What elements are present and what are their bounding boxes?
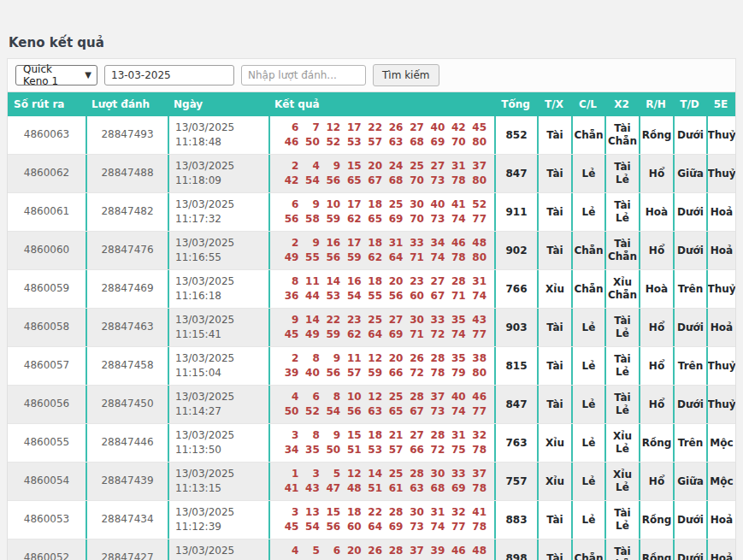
- tren-duoi-cell: Dưới: [673, 232, 706, 269]
- five-elements-cell: Thuỷ: [706, 155, 735, 192]
- tren-duoi-cell: Trên: [673, 347, 706, 385]
- search-button[interactable]: Tìm kiếm: [373, 64, 439, 86]
- rong-ho-cell: Hổ: [639, 347, 673, 385]
- keno-type-selected-value: Quick Keno 1: [23, 63, 80, 87]
- date-time-cell: 13/03/202511:12:00: [168, 539, 268, 560]
- tai-xiu-cell: Xỉu: [537, 463, 571, 500]
- five-elements-cell: Mộc: [706, 463, 735, 500]
- table-row: 48600592884746913/03/202511:16:188111416…: [8, 270, 735, 309]
- tren-duoi-cell: Trên: [673, 424, 706, 462]
- bet-id-cell: 28847434: [86, 501, 168, 539]
- date-time-cell: 13/03/202511:13:50: [168, 424, 268, 462]
- total-cell: 763: [494, 424, 537, 462]
- five-elements-cell: Hoả: [706, 232, 735, 269]
- x2-cell: Tài Chẵn: [604, 116, 639, 154]
- result-numbers-cell: 69101718253040415256585962656970737477: [268, 193, 494, 231]
- column-header-rh: R/H: [639, 98, 673, 110]
- column-header-td: T/D: [673, 98, 706, 110]
- draw-id-cell: 4860053: [8, 501, 86, 539]
- total-cell: 883: [494, 501, 537, 539]
- bet-id-cell: 28847488: [86, 155, 168, 192]
- bet-id-cell: 28847439: [86, 463, 168, 500]
- draw-id-cell: 4860058: [8, 309, 86, 346]
- x2-cell: Xỉu Lẻ: [604, 463, 639, 500]
- bet-id-cell: 28847427: [86, 539, 168, 560]
- five-elements-cell: Mộc: [706, 424, 735, 462]
- column-header-so-rut-ra: Số rút ra: [8, 98, 86, 110]
- date-time-cell: 13/03/202511:15:41: [168, 309, 268, 346]
- draw-id-cell: 4860060: [8, 232, 86, 269]
- rong-ho-cell: Hoà: [639, 193, 673, 231]
- bet-id-cell: 28847463: [86, 309, 168, 346]
- results-table: Số rút raLượt đánhNgàyKết quảTổngT/XC/LX…: [7, 92, 736, 560]
- date-time-cell: 13/03/202511:16:55: [168, 232, 268, 269]
- tren-duoi-cell: Dưới: [673, 539, 706, 560]
- x2-cell: Tài Lẻ: [604, 193, 639, 231]
- date-time-cell: 13/03/202511:18:09: [168, 155, 268, 192]
- result-numbers-cell: 67121722262740424546505253576368697080: [268, 116, 494, 154]
- tren-duoi-cell: Dưới: [673, 309, 706, 346]
- column-header-ngay: Ngày: [168, 98, 268, 110]
- bet-id-cell: 28847458: [86, 347, 168, 385]
- bet-id-cell: 28847476: [86, 232, 168, 269]
- column-header-tong: Tổng: [494, 98, 537, 110]
- date-input[interactable]: [104, 65, 234, 85]
- x2-cell: Xỉu Lẻ: [604, 424, 639, 462]
- bet-id-cell: 28847469: [86, 270, 168, 308]
- keno-results-page: Keno kết quả Quick Keno 1 ▼ Tìm kiếm Số …: [0, 35, 743, 560]
- draw-id-cell: 4860062: [8, 155, 86, 192]
- draw-id-cell: 4860054: [8, 463, 86, 500]
- chan-le-cell: Lẻ: [571, 386, 604, 423]
- table-row: 48600562884745013/03/202511:14:274681012…: [8, 386, 735, 424]
- table-row: 48600632884749313/03/202511:18:486712172…: [8, 116, 735, 155]
- tai-xiu-cell: Tài: [537, 347, 571, 385]
- x2-cell: Tài Lẻ: [604, 386, 639, 423]
- keno-type-select[interactable]: Quick Keno 1 ▼: [15, 65, 97, 85]
- tai-xiu-cell: Xỉu: [537, 424, 571, 462]
- total-cell: 847: [494, 155, 537, 192]
- five-elements-cell: Thuỷ: [706, 347, 735, 385]
- chan-le-cell: Lẻ: [571, 424, 604, 462]
- result-numbers-cell: 3891518212728313234355051535766727578: [268, 424, 494, 462]
- chan-le-cell: Lẻ: [571, 155, 604, 192]
- rong-ho-cell: Hoà: [639, 270, 673, 308]
- tai-xiu-cell: Tài: [537, 309, 571, 346]
- date-time-cell: 13/03/202511:18:48: [168, 116, 268, 154]
- column-header-luot-danh: Lượt đánh: [86, 98, 168, 110]
- table-header-row: Số rút raLượt đánhNgàyKết quảTổngT/XC/LX…: [8, 92, 735, 116]
- bet-search-input[interactable]: [241, 65, 366, 85]
- column-header-5e: 5E: [706, 98, 735, 110]
- five-elements-cell: Thuỷ: [706, 116, 735, 154]
- tai-xiu-cell: Tài: [537, 232, 571, 269]
- date-time-cell: 13/03/202511:15:04: [168, 347, 268, 385]
- table-row: 48600522884742713/03/202511:12:004562026…: [8, 539, 735, 560]
- x2-cell: Xỉu Chẵn: [604, 270, 639, 308]
- table-row: 48600602884747613/03/202511:16:552916171…: [8, 232, 735, 270]
- column-header-tx: T/X: [537, 98, 571, 110]
- column-header-x2: X2: [604, 98, 639, 110]
- x2-cell: Tài Chẵn: [604, 232, 639, 269]
- chan-le-cell: Lẻ: [571, 309, 604, 346]
- rong-ho-cell: Rồng: [639, 501, 673, 539]
- tai-xiu-cell: Tài: [537, 539, 571, 560]
- draw-id-cell: 4860052: [8, 539, 86, 560]
- date-time-cell: 13/03/202511:13:15: [168, 463, 268, 500]
- result-numbers-cell: 4681012252837404650525456636567737477: [268, 386, 494, 423]
- five-elements-cell: Hoả: [706, 193, 735, 231]
- draw-id-cell: 4860063: [8, 116, 86, 154]
- five-elements-cell: Thuỷ: [706, 386, 735, 423]
- total-cell: 902: [494, 232, 537, 269]
- chan-le-cell: Chẵn: [571, 539, 604, 560]
- x2-cell: Tài Lẻ: [604, 347, 639, 385]
- page-title: Keno kết quả: [9, 35, 736, 50]
- chan-le-cell: Chẵn: [571, 116, 604, 154]
- date-time-cell: 13/03/202511:12:39: [168, 501, 268, 539]
- total-cell: 852: [494, 116, 537, 154]
- table-row: 48600542884743913/03/202511:13:151351214…: [8, 463, 735, 501]
- table-row: 48600622884748813/03/202511:18:092491520…: [8, 155, 735, 193]
- rong-ho-cell: Hổ: [639, 232, 673, 269]
- five-elements-cell: Hoả: [706, 539, 735, 560]
- chan-le-cell: Lẻ: [571, 347, 604, 385]
- total-cell: 903: [494, 309, 537, 346]
- x2-cell: Tài Lẻ: [604, 309, 639, 346]
